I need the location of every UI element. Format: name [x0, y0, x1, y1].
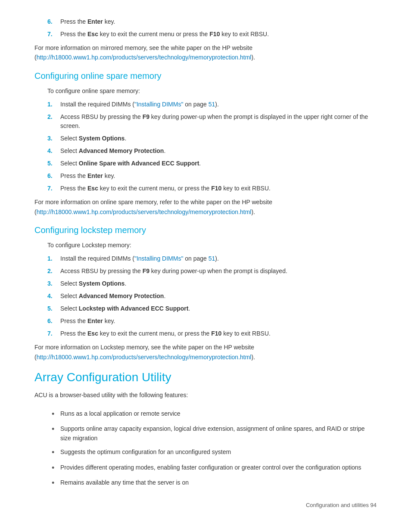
- lockstep-item-4-num: 4.: [47, 292, 60, 301]
- online-item-3-num: 3.: [47, 134, 60, 143]
- lockstep-item-6-content: Press the Enter key.: [60, 317, 377, 326]
- lockstep-item-3-num: 3.: [47, 279, 60, 288]
- online-item-4-num: 4.: [47, 146, 60, 156]
- lockstep-item-2-num: 2.: [47, 267, 60, 276]
- lockstep-item-7-content: Press the Esc key to exit the current me…: [60, 329, 377, 338]
- online-item-4: 4. Select Advanced Memory Protection.: [47, 146, 377, 156]
- acu-heading: Array Configuration Utility: [34, 370, 377, 384]
- bullet-dot-3: •: [52, 447, 60, 458]
- intro-note: For more information on mirrored memory,…: [34, 43, 377, 62]
- intro-note-link[interactable]: http://h18000.www1.hp.com/products/serve…: [37, 54, 252, 61]
- bullet-text-2: Supports online array capacity expansion…: [60, 424, 377, 443]
- online-item-6-content: Press the Enter key.: [60, 171, 377, 180]
- online-spare-items: 1. Install the required DIMMs ("Installi…: [47, 100, 377, 193]
- online-item-5-num: 5.: [47, 159, 60, 168]
- online-note-link[interactable]: http://h18000.www1.hp.com/products/serve…: [37, 208, 252, 215]
- lockstep-item-5-content: Select Lockstep with Advanced ECC Suppor…: [60, 304, 377, 313]
- page-footer: Configuration and utilities 94: [306, 502, 377, 508]
- lockstep-heading: Configuring lockstep memory: [34, 225, 377, 235]
- online-spare-intro: To configure online spare memory:: [47, 86, 377, 96]
- online-item-4-content: Select Advanced Memory Protection.: [60, 146, 377, 156]
- bullet-item-2: • Supports online array capacity expansi…: [52, 424, 377, 443]
- lockstep-item-3: 3. Select System Options.: [47, 279, 377, 288]
- intro-item-7-num: 7.: [47, 30, 60, 39]
- lockstep-note: For more information on Lockstep memory,…: [34, 342, 377, 362]
- bullet-item-1: • Runs as a local application or remote …: [52, 409, 377, 420]
- lockstep-item-5: 5. Select Lockstep with Advanced ECC Sup…: [47, 304, 377, 313]
- bullet-text-5: Remains available any time that the serv…: [60, 478, 377, 488]
- acu-intro: ACU is a browser-based utility with the …: [34, 390, 377, 400]
- bullet-item-5: • Remains available any time that the se…: [52, 478, 377, 488]
- online-item-7-content: Press the Esc key to exit the current me…: [60, 184, 377, 193]
- lockstep-item-2-content: Access RBSU by pressing the F9 key durin…: [60, 267, 377, 276]
- bullet-text-4: Provides different operating modes, enab…: [60, 463, 377, 473]
- online-note: For more information on online spare mem…: [34, 197, 377, 217]
- lockstep-item-6-num: 6.: [47, 317, 60, 326]
- bullet-dot-5: •: [52, 478, 60, 488]
- online-item-6-num: 6.: [47, 171, 60, 180]
- lockstep-item-1: 1. Install the required DIMMs ("Installi…: [47, 254, 377, 263]
- online-item-5: 5. Select Online Spare with Advanced ECC…: [47, 159, 377, 168]
- footer-text: Configuration and utilities 94: [306, 502, 377, 508]
- online-item-1: 1. Install the required DIMMs ("Installi…: [47, 100, 377, 109]
- online-item-6: 6. Press the Enter key.: [47, 171, 377, 180]
- online-item-1-content: Install the required DIMMs ("Installing …: [60, 100, 377, 109]
- online-item-3: 3. Select System Options.: [47, 134, 377, 143]
- online-item-1-num: 1.: [47, 100, 60, 109]
- bullet-text-1: Runs as a local application or remote se…: [60, 409, 377, 420]
- lockstep-items: 1. Install the required DIMMs ("Installi…: [47, 254, 377, 338]
- lockstep-item-2: 2. Access RBSU by pressing the F9 key du…: [47, 267, 377, 276]
- lockstep-intro: To configure Lockstep memory:: [47, 240, 377, 250]
- online-item-2: 2. Access RBSU by pressing the F9 key du…: [47, 112, 377, 131]
- online-item-7-num: 7.: [47, 184, 60, 193]
- intro-item-6: 6. Press the Enter key.: [47, 17, 377, 26]
- lockstep-item-1-page[interactable]: 51: [209, 255, 215, 262]
- lockstep-item-7: 7. Press the Esc key to exit the current…: [47, 329, 377, 338]
- lockstep-item-1-link[interactable]: "Installing DIMMs": [134, 255, 183, 262]
- intro-item-7-content: Press the Esc key to exit the current me…: [60, 30, 377, 39]
- online-item-1-link[interactable]: "Installing DIMMs": [134, 101, 183, 108]
- intro-item-6-content: Press the Enter key.: [60, 17, 377, 26]
- lockstep-item-4: 4. Select Advanced Memory Protection.: [47, 292, 377, 301]
- bullet-item-4: • Provides different operating modes, en…: [52, 463, 377, 473]
- intro-item-6-num: 6.: [47, 17, 60, 26]
- lockstep-item-1-content: Install the required DIMMs ("Installing …: [60, 254, 377, 263]
- lockstep-note-link[interactable]: http://h18000.www1.hp.com/products/serve…: [37, 354, 252, 361]
- lockstep-item-3-content: Select System Options.: [60, 279, 377, 288]
- online-item-1-page[interactable]: 51: [209, 101, 215, 108]
- lockstep-item-6: 6. Press the Enter key.: [47, 317, 377, 326]
- online-item-5-content: Select Online Spare with Advanced ECC Su…: [60, 159, 377, 168]
- lockstep-item-4-content: Select Advanced Memory Protection.: [60, 292, 377, 301]
- intro-items: 6. Press the Enter key. 7. Press the Esc…: [47, 17, 377, 39]
- bullet-dot-2: •: [52, 424, 60, 443]
- lockstep-item-1-num: 1.: [47, 254, 60, 263]
- lockstep-item-7-num: 7.: [47, 329, 60, 338]
- online-item-2-num: 2.: [47, 112, 60, 131]
- bullet-item-3: • Suggests the optimum configuration for…: [52, 447, 377, 458]
- acu-bullet-list: • Runs as a local application or remote …: [52, 409, 377, 489]
- online-item-3-content: Select System Options.: [60, 134, 377, 143]
- online-item-7: 7. Press the Esc key to exit the current…: [47, 184, 377, 193]
- page: 6. Press the Enter key. 7. Press the Esc…: [0, 0, 411, 521]
- online-spare-heading: Configuring online spare memory: [34, 71, 377, 81]
- intro-item-7: 7. Press the Esc key to exit the current…: [47, 30, 377, 39]
- bullet-dot-1: •: [52, 409, 60, 420]
- bullet-dot-4: •: [52, 463, 60, 473]
- bullet-text-3: Suggests the optimum configuration for a…: [60, 447, 377, 458]
- online-item-2-content: Access RBSU by pressing the F9 key durin…: [60, 112, 377, 131]
- lockstep-item-5-num: 5.: [47, 304, 60, 313]
